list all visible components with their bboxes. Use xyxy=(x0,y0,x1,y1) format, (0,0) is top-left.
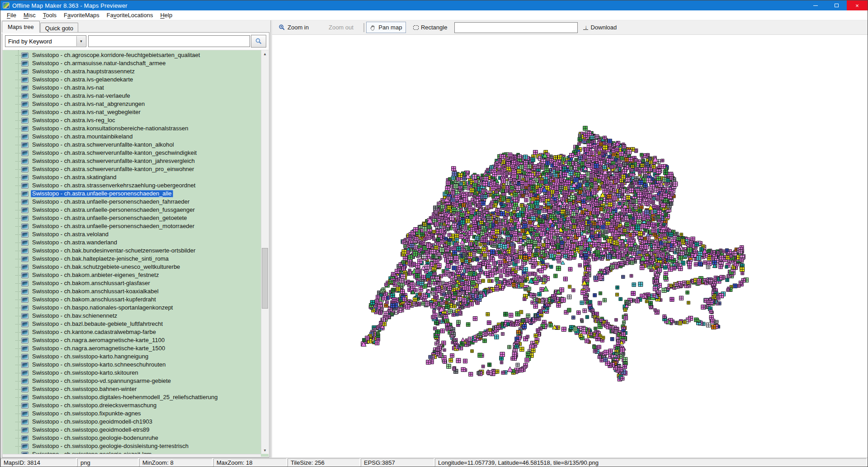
tree-horizontal-scrollbar[interactable] xyxy=(3,454,261,457)
menu-tools[interactable]: Tools xyxy=(39,11,60,19)
tree-item[interactable]: Swisstopo - ch.swisstopo.digitales-hoehe… xyxy=(3,393,261,401)
tree-item[interactable]: Swisstopo - ch.astra.unfaelle-personensc… xyxy=(3,222,261,230)
download-button[interactable]: ↓ Download xyxy=(583,24,617,31)
tree-item-label: Swisstopo - ch.swisstopo.bahnen-winter xyxy=(31,386,138,393)
map-layer-icon xyxy=(21,338,28,343)
tree-item[interactable]: Swisstopo - ch.astra.skatingland xyxy=(3,173,261,181)
menu-favoritemaps[interactable]: FavoriteMaps xyxy=(60,11,103,19)
tree-item[interactable]: Swisstopo - ch.kantone.cadastralwebmap-f… xyxy=(3,328,261,336)
map-layer-icon xyxy=(21,150,28,156)
maximize-button[interactable] xyxy=(826,0,847,10)
tree-item[interactable]: Swisstopo - ch.astra.konsultationsbereic… xyxy=(3,124,261,133)
tree-item[interactable]: Swisstopo - ch.swisstopo.bahnen-winter xyxy=(3,385,261,393)
tree-connector xyxy=(15,340,21,341)
tree-item[interactable]: Swisstopo - ch.astra.unfaelle-personensc… xyxy=(3,206,261,214)
tree-item[interactable]: Swisstopo - ch.swisstopo.geoidmodell-ch1… xyxy=(3,418,261,426)
tree-item[interactable]: Swisstopo - ch.astra.ivs-gelaendekarte xyxy=(3,76,261,84)
close-button[interactable]: × xyxy=(847,0,868,10)
map-layer-icon xyxy=(21,167,28,172)
rectangle-button[interactable]: Rectangle xyxy=(413,24,448,31)
tree-item[interactable]: Swisstopo - ch.astra.unfaelle-personensc… xyxy=(3,214,261,222)
zoom-in-button[interactable]: Zoom in xyxy=(278,24,309,31)
map-viewport[interactable] xyxy=(272,34,868,457)
tab-maps-tree[interactable]: Maps tree xyxy=(2,21,40,33)
menu-help[interactable]: Help xyxy=(156,11,176,19)
map-layer-icon xyxy=(21,93,28,99)
tree-item[interactable]: Swisstopo - ch.bak.bundesinventar-schuet… xyxy=(3,247,261,255)
tree-item[interactable]: Swisstopo - ch.baspo.nationales-sportanl… xyxy=(3,304,261,312)
tree-item-label: Swisstopo - ch.bakom.anschlussart-kupfer… xyxy=(31,296,157,303)
search-input[interactable] xyxy=(88,35,250,47)
tree-item[interactable]: Swisstopo - ch.astra.hauptstrassennetz xyxy=(3,67,261,76)
minimize-button[interactable] xyxy=(805,0,826,10)
tree-item[interactable]: Swisstopo - ch.astra.ivs-nat_abgrenzunge… xyxy=(3,100,261,108)
tree-item[interactable]: Swisstopo - ch.astra.ivs-nat_wegbegleite… xyxy=(3,108,261,116)
status-cell: MaxZoom: 18 xyxy=(213,458,287,467)
map-layer-icon xyxy=(21,77,28,83)
scroll-down-icon[interactable]: ▼ xyxy=(261,447,269,454)
map-layer-icon xyxy=(21,232,28,238)
tree-item[interactable]: Swisstopo - ch.agroscope.korridore-feuch… xyxy=(3,51,261,59)
tree-item-label: Swisstopo - ch.astra.mountainbikeland xyxy=(31,133,134,140)
tree-connector xyxy=(15,430,21,430)
tree-item[interactable]: Swisstopo - ch.swisstopo.geologie-eiszei… xyxy=(3,450,261,454)
tree-item[interactable]: Swisstopo - ch.bakom.anbieter-eigenes_fe… xyxy=(3,271,261,279)
tree-item[interactable]: Swisstopo - ch.astra.ivs-reg_loc xyxy=(3,116,261,124)
tree-item[interactable]: Swisstopo - ch.swisstopo.geologie-dosisl… xyxy=(3,442,261,450)
tree-item[interactable]: Swisstopo - ch.astra.schwerverunfallte-k… xyxy=(3,141,261,149)
tree-item[interactable]: Swisstopo - ch.astra.schwerverunfallte-k… xyxy=(3,165,261,173)
menu-misc[interactable]: Misc xyxy=(20,11,39,19)
tree-item[interactable]: Swisstopo - ch.astra.veloland xyxy=(3,230,261,238)
tab-quick-goto[interactable]: Quick goto xyxy=(40,23,78,33)
tree-connector xyxy=(15,137,21,137)
search-button[interactable] xyxy=(251,35,266,48)
map-canvas[interactable] xyxy=(272,35,868,457)
map-layer-icon xyxy=(21,158,28,164)
find-mode-select[interactable]: Find by Keyword ▼ xyxy=(5,35,86,47)
tree-item[interactable]: Swisstopo - ch.swisstopo.geologie-bodenu… xyxy=(3,434,261,442)
toolbar-input[interactable] xyxy=(454,22,578,33)
tree-item[interactable]: Swisstopo - ch.bakom.anschlussart-koaxia… xyxy=(3,287,261,295)
tree-connector xyxy=(15,63,21,64)
tree-item[interactable]: Swisstopo - ch.astra.schwerverunfallte-k… xyxy=(3,149,261,157)
tree-item[interactable]: Swisstopo - ch.astra.ivs-nat xyxy=(3,84,261,92)
tree-connector xyxy=(15,283,21,284)
scrollbar-thumb[interactable] xyxy=(262,248,268,309)
scroll-up-icon[interactable]: ▲ xyxy=(261,50,269,57)
tree-connector xyxy=(15,422,21,422)
tree-connector xyxy=(15,438,21,438)
tree-item[interactable]: Swisstopo - ch.swisstopo-karto.schneesch… xyxy=(3,361,261,369)
tree-item[interactable]: Swisstopo - ch.swisstopo.fixpunkte-agnes xyxy=(3,410,261,418)
tree-item[interactable]: Swisstopo - ch.astra.mountainbikeland xyxy=(3,133,261,141)
tree-item[interactable]: Swisstopo - ch.armasuisse.natur-landscha… xyxy=(3,59,261,67)
status-cell: MinZoom: 8 xyxy=(139,458,212,467)
tree-item[interactable]: Swisstopo - ch.astra.unfaelle-personensc… xyxy=(3,190,261,198)
tree-connector xyxy=(15,80,21,80)
tree-item[interactable]: Swisstopo - ch.astra.schwerverunfallte-k… xyxy=(3,157,261,165)
tree-item-label: Swisstopo - ch.bak.bundesinventar-schuet… xyxy=(31,247,197,254)
tree-item[interactable]: Swisstopo - ch.swisstopo.dreiecksvermasc… xyxy=(3,401,261,410)
chevron-down-icon[interactable]: ▼ xyxy=(76,36,85,46)
tree-vertical-scrollbar[interactable]: ▲ ▼ xyxy=(261,50,269,454)
tree-item[interactable]: Swisstopo - ch.bak.schutzgebiete-unesco_… xyxy=(3,263,261,271)
tree-item[interactable]: Swisstopo - ch.bazl.bebaute-gebiete_luft… xyxy=(3,320,261,328)
menu-file[interactable]: File xyxy=(3,11,20,19)
tree-item-label: Swisstopo - ch.astra.ivs-gelaendekarte xyxy=(31,76,134,83)
tree-item[interactable]: Swisstopo - ch.swisstopo.geoidmodell-etr… xyxy=(3,426,261,434)
tree-item[interactable]: Swisstopo - ch.astra.strassenverkehrszae… xyxy=(3,181,261,190)
tree-item[interactable]: Swisstopo - ch.bakom.anschlussart-glasfa… xyxy=(3,279,261,287)
tree-item[interactable]: Swisstopo - ch.astra.wanderland xyxy=(3,238,261,247)
tree-item[interactable]: Swisstopo - ch.astra.unfaelle-personensc… xyxy=(3,198,261,206)
tree-item[interactable]: Swisstopo - ch.nagra.aeromagnetische-kar… xyxy=(3,344,261,353)
tree-item[interactable]: Swisstopo - ch.swisstopo-karto.hangneigu… xyxy=(3,353,261,361)
tree-item[interactable]: Swisstopo - ch.bakom.anschlussart-kupfer… xyxy=(3,295,261,304)
tree-item[interactable]: Swisstopo - ch.astra.ivs-nat-verlaeufe xyxy=(3,92,261,100)
pan-map-button[interactable]: Pan map xyxy=(366,22,406,33)
tree-item[interactable]: Swisstopo - ch.nagra.aeromagnetische-kar… xyxy=(3,336,261,344)
tree-item[interactable]: Swisstopo - ch.swisstopo-vd.spannungsarm… xyxy=(3,377,261,385)
tree-item-label: Swisstopo - ch.bakom.anschlussart-glasfa… xyxy=(31,280,151,287)
tree-item[interactable]: Swisstopo - ch.bak.halteplaetze-jenische… xyxy=(3,255,261,263)
menu-favoritelocations[interactable]: FavoriteLocations xyxy=(103,11,157,19)
tree-item[interactable]: Swisstopo - ch.swisstopo-karto.skitouren xyxy=(3,369,261,377)
tree-item[interactable]: Swisstopo - ch.bav.schienennetz xyxy=(3,312,261,320)
